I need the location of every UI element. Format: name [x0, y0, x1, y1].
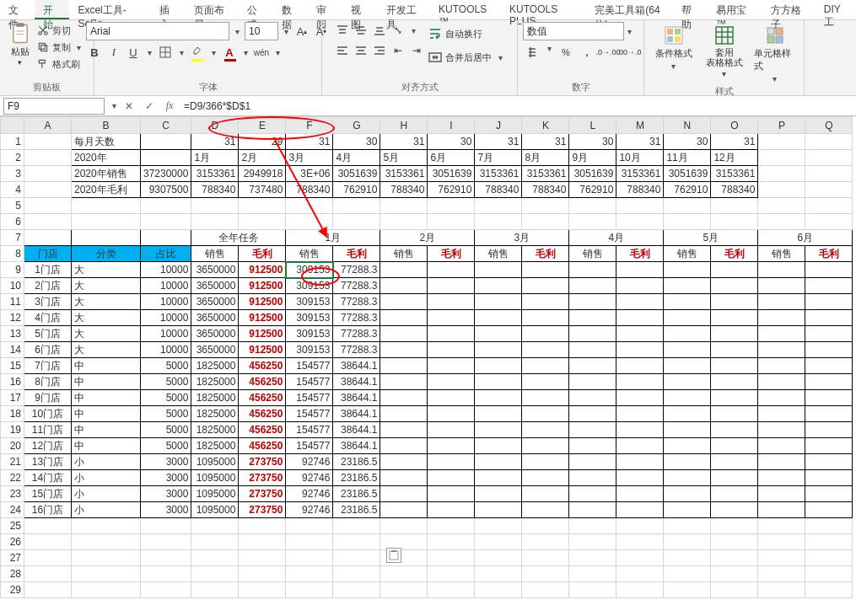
cell[interactable]: 30 — [333, 134, 380, 150]
cell[interactable] — [664, 518, 711, 534]
cell[interactable] — [475, 438, 522, 454]
table-format-button[interactable]: 套用 表格格式▾ — [703, 25, 746, 78]
merge-center-button[interactable]: 合并后居中▾ — [428, 47, 505, 67]
cell[interactable] — [380, 278, 428, 294]
row-header[interactable]: 21 — [1, 454, 24, 470]
tab-15[interactable]: 方方格子 — [762, 0, 815, 19]
cell[interactable]: 5门店 — [24, 326, 72, 342]
cell[interactable] — [24, 166, 72, 182]
cell[interactable] — [758, 294, 805, 310]
cell[interactable] — [380, 534, 428, 550]
row-header[interactable]: 27 — [1, 550, 24, 566]
cell[interactable]: 9307500 — [141, 182, 191, 198]
cell[interactable] — [24, 134, 72, 150]
cell[interactable] — [475, 342, 522, 358]
spreadsheet-grid[interactable]: ABCDEFGHIJKLMNOPQ 1每月天数31293130313031313… — [0, 116, 856, 598]
cell[interactable] — [616, 582, 664, 598]
cell[interactable]: 5000 — [141, 438, 191, 454]
cell[interactable] — [475, 470, 522, 486]
row-header[interactable]: 6 — [1, 214, 24, 230]
cell[interactable] — [805, 486, 853, 502]
cell[interactable] — [616, 310, 664, 326]
cell[interactable]: 3153361 — [522, 166, 569, 182]
cell[interactable] — [380, 550, 428, 566]
cell[interactable] — [805, 166, 853, 182]
cell[interactable] — [72, 214, 141, 230]
cell[interactable]: 3153361 — [475, 166, 522, 182]
cell[interactable]: 273750 — [239, 502, 286, 518]
cell[interactable] — [286, 566, 333, 582]
cell[interactable]: 5月 — [380, 150, 428, 166]
col-header-O[interactable]: O — [711, 117, 758, 134]
cell[interactable]: 3650000 — [191, 342, 239, 358]
cell[interactable]: 11门店 — [24, 422, 72, 438]
cell[interactable]: 每月天数 — [72, 134, 141, 150]
cell[interactable] — [711, 422, 758, 438]
cell[interactable]: 5000 — [141, 406, 191, 422]
cell[interactable] — [522, 502, 569, 518]
tab-16[interactable]: DIY工 — [816, 0, 856, 19]
chevron-down-icon[interactable]: ▾ — [240, 48, 250, 57]
fill-color-button[interactable] — [189, 44, 206, 61]
cell[interactable]: 31 — [711, 134, 758, 150]
align-center-button[interactable] — [353, 42, 369, 59]
cell[interactable] — [286, 214, 333, 230]
cell[interactable] — [711, 470, 758, 486]
cell[interactable]: 154577 — [286, 438, 333, 454]
cell[interactable]: 中 — [72, 422, 141, 438]
cell[interactable] — [758, 310, 805, 326]
cell[interactable]: 788340 — [191, 182, 239, 198]
cell[interactable] — [805, 326, 853, 342]
row-header[interactable]: 28 — [1, 566, 24, 582]
cell[interactable] — [664, 550, 711, 566]
row-header[interactable]: 19 — [1, 422, 24, 438]
cell[interactable]: 4月 — [569, 230, 664, 246]
cell[interactable] — [141, 134, 191, 150]
cell[interactable]: 10月 — [616, 150, 664, 166]
cell[interactable] — [191, 534, 239, 550]
cell[interactable] — [758, 342, 805, 358]
decrease-decimal-button[interactable]: .00→.0 — [620, 44, 638, 61]
cell[interactable] — [569, 198, 616, 214]
cell[interactable]: 3月 — [286, 150, 333, 166]
chevron-down-icon[interactable]: ▾ — [281, 27, 291, 36]
cell[interactable] — [758, 438, 805, 454]
cell[interactable] — [711, 390, 758, 406]
cell[interactable] — [522, 454, 569, 470]
cell[interactable]: 456250 — [239, 406, 286, 422]
cell[interactable]: 小 — [72, 502, 141, 518]
cell[interactable] — [805, 182, 853, 198]
cell[interactable] — [428, 278, 475, 294]
row-header[interactable]: 18 — [1, 406, 24, 422]
cell[interactable] — [428, 438, 475, 454]
align-middle-button[interactable] — [353, 22, 369, 39]
cell[interactable] — [664, 470, 711, 486]
cell[interactable] — [24, 582, 72, 598]
increase-font-button[interactable]: A▴ — [293, 23, 310, 40]
cell[interactable]: 788340 — [616, 182, 664, 198]
cell[interactable] — [758, 326, 805, 342]
cell[interactable] — [380, 486, 428, 502]
cell[interactable] — [475, 390, 522, 406]
tab-12[interactable]: 完美工具箱(64位) — [586, 0, 673, 19]
bold-button[interactable]: B — [86, 44, 103, 61]
cell[interactable]: 大 — [72, 262, 141, 278]
cell[interactable]: 2月 — [380, 230, 475, 246]
cell[interactable]: 毛利 — [616, 246, 664, 262]
cell[interactable]: 77288.3 — [333, 294, 380, 310]
cell[interactable]: 5月 — [664, 230, 758, 246]
chevron-down-icon[interactable]: ▾ — [495, 53, 505, 62]
row-header[interactable]: 23 — [1, 486, 24, 502]
cell[interactable] — [758, 390, 805, 406]
cell[interactable] — [333, 198, 380, 214]
cell[interactable] — [380, 198, 428, 214]
cell[interactable]: 38644.1 — [333, 374, 380, 390]
cell[interactable]: 12门店 — [24, 438, 72, 454]
cell[interactable]: 中 — [72, 358, 141, 374]
row-header[interactable]: 12 — [1, 310, 24, 326]
cell[interactable]: 273750 — [239, 486, 286, 502]
cell[interactable] — [428, 534, 475, 550]
cell[interactable] — [380, 390, 428, 406]
tab-10[interactable]: KUTOOLS ™ — [430, 0, 501, 19]
cell[interactable]: 12月 — [711, 150, 758, 166]
